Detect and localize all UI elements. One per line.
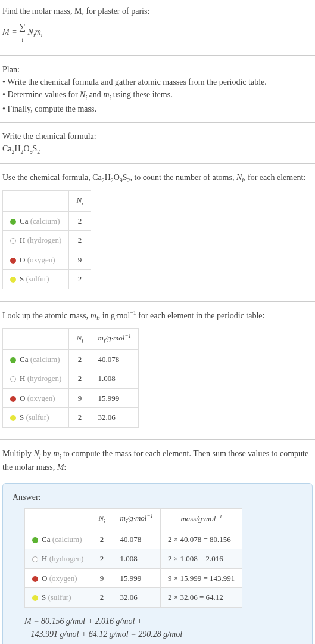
answer-table: Ni mi/g·mol−1 mass/g·mol−1 Ca (calcium)2… xyxy=(24,508,242,608)
count-text: Use the chemical formula, Ca2H2O9S2, to … xyxy=(2,171,313,185)
element-dot-icon xyxy=(32,556,38,562)
divider xyxy=(0,55,315,56)
m-header: mi/g·mol−1 xyxy=(91,328,138,349)
empty-header xyxy=(3,190,69,211)
table-row: O (oxygen)915.999 xyxy=(3,388,139,408)
divider xyxy=(0,122,315,123)
plan-heading: Plan: xyxy=(2,63,313,76)
eq-lhs: M = xyxy=(2,27,19,36)
formula-section: Write the chemical formula: Ca2H2O9S2 xyxy=(0,125,315,161)
table-row: H (hydrogen)21.008 xyxy=(3,369,139,389)
element-dot-icon xyxy=(10,415,16,421)
multiply-section: Multiply Ni by mi to compute the mass fo… xyxy=(0,442,315,478)
divider xyxy=(0,439,315,440)
plan-bullet-3: • Finally, compute the mass. xyxy=(2,103,313,115)
answer-label: Answer: xyxy=(13,491,302,503)
element-dot-icon xyxy=(10,258,16,264)
intro-line: Find the molar mass, M, for plaster of p… xyxy=(2,5,313,17)
mass-section: Look up the atomic mass, mi, in g·mol−1 … xyxy=(0,304,315,437)
element-dot-icon xyxy=(10,357,16,363)
sigma-icon: ∑ xyxy=(19,21,26,32)
final-line-2: 143.991 g/mol + 64.12 g/mol = 290.28 g/m… xyxy=(31,630,183,639)
intro-section: Find the molar mass, M, for plaster of p… xyxy=(0,0,315,53)
table-row: Ca (calcium)240.0782 × 40.078 = 80.156 xyxy=(25,530,242,549)
table-header-row: Ni mi/g·mol−1 mass/g·mol−1 xyxy=(25,508,242,530)
element-dot-icon xyxy=(10,376,16,382)
n-header: Ni xyxy=(69,190,91,211)
answer-box: Answer: Ni mi/g·mol−1 mass/g·mol−1 Ca (c… xyxy=(2,483,313,644)
n-header: Ni xyxy=(91,508,113,530)
count-table: Ni Ca (calcium)2 H (hydrogen)2 O (oxygen… xyxy=(2,190,91,289)
plan-section: Plan: • Write the chemical formula and g… xyxy=(0,58,315,119)
table-row: S (sulfur)2 xyxy=(3,270,91,289)
mass-text: Look up the atomic mass, mi, in g·mol−1 … xyxy=(2,309,313,323)
chemical-formula: Ca2H2O9S2 xyxy=(2,143,313,156)
element-dot-icon xyxy=(32,595,38,601)
sigma-index: i xyxy=(21,37,23,44)
divider xyxy=(0,163,315,164)
eq-m: m xyxy=(35,27,41,36)
mass-header: mass/g·mol−1 xyxy=(161,508,242,530)
plan-bullet-2: • Determine values for Ni and mi using t… xyxy=(2,88,313,102)
formula-heading: Write the chemical formula: xyxy=(2,130,313,143)
final-equation: M = 80.156 g/mol + 2.016 g/mol + 143.991… xyxy=(24,615,302,642)
table-row: O (oxygen)9 xyxy=(3,250,91,270)
table-header-row: Ni xyxy=(3,190,91,211)
table-row: S (sulfur)232.062 × 32.06 = 64.12 xyxy=(25,588,242,608)
table-row: S (sulfur)232.06 xyxy=(3,408,139,428)
element-dot-icon xyxy=(32,537,38,543)
eq-N: N xyxy=(28,27,33,36)
eq-m-sub: i xyxy=(41,32,43,38)
molar-mass-equation: M = ∑ i Nimi xyxy=(2,20,313,46)
table-row: Ca (calcium)2 xyxy=(3,211,91,231)
intro-text: Find the molar mass, M, for plaster of p… xyxy=(2,7,149,16)
plan-bullet-1: • Write the chemical formula and gather … xyxy=(2,76,313,88)
table-header-row: Ni mi/g·mol−1 xyxy=(3,328,139,349)
element-dot-icon xyxy=(10,277,16,283)
element-dot-icon xyxy=(10,396,16,402)
element-dot-icon xyxy=(10,219,16,225)
element-dot-icon xyxy=(10,238,16,244)
n-header: Ni xyxy=(69,328,91,349)
m-header: mi/g·mol−1 xyxy=(113,508,160,530)
final-line-1: M = 80.156 g/mol + 2.016 g/mol + xyxy=(24,617,142,626)
table-row: H (hydrogen)21.0082 × 1.008 = 2.016 xyxy=(25,549,242,569)
divider xyxy=(0,301,315,302)
count-section: Use the chemical formula, Ca2H2O9S2, to … xyxy=(0,166,315,299)
table-row: Ca (calcium)240.078 xyxy=(3,349,139,369)
table-row: H (hydrogen)2 xyxy=(3,231,91,250)
table-row: O (oxygen)915.9999 × 15.999 = 143.991 xyxy=(25,568,242,588)
element-dot-icon xyxy=(32,576,38,582)
mass-table: Ni mi/g·mol−1 Ca (calcium)240.078 H (hyd… xyxy=(2,328,139,428)
